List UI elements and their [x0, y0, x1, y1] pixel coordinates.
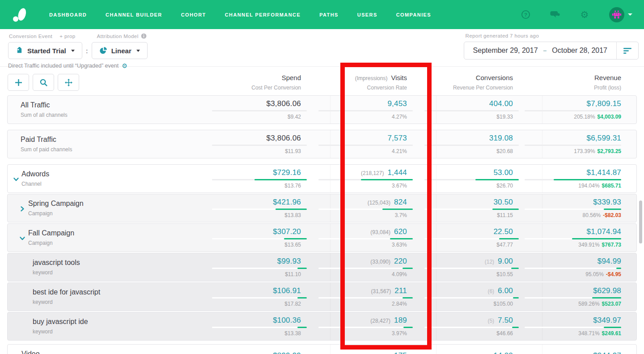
column-header-visits[interactable]: (Impressions)Visits Conversion Rate [330, 74, 436, 91]
cost-per-conversion: $11.10 [285, 271, 301, 277]
conversion-event-dropdown[interactable]: Started Trial [8, 42, 82, 59]
nav-item-channel-performance[interactable]: CHANNEL PERFORMANCE [225, 12, 301, 17]
roi-percent: 205.18% [574, 114, 595, 120]
conversions-value: 319.08 [489, 134, 513, 143]
row-name-cell: Paid Traffic Sum of paid channels [8, 130, 224, 158]
spend-value: $899.99 [273, 351, 301, 354]
nav-item-users[interactable]: USERS [357, 12, 377, 17]
column-header-spend[interactable]: Spend Cost Per Conversion [224, 74, 330, 91]
nav-item-paths[interactable]: PATHS [319, 12, 339, 17]
share-bar [212, 327, 307, 328]
table-row[interactable]: Paid Traffic Sum of paid channels $3,806… [7, 130, 637, 158]
table-row[interactable]: buy javascript ide keyword $100.36 $13.3… [7, 312, 637, 341]
nav-item-dashboard[interactable]: DASHBOARD [49, 12, 87, 17]
visits-value: 211 [394, 286, 407, 295]
conversion-rate: 4.27% [392, 114, 407, 120]
cell-conversions: 30.50 $11.15 [436, 194, 542, 222]
table-row[interactable]: All Traffic Sum of all channels $3,806.0… [7, 95, 637, 124]
chevron-down-icon[interactable] [13, 176, 19, 183]
share-bar [525, 238, 621, 239]
impressions-value: (31,567) [371, 288, 391, 294]
row-title: best ide for javascript [33, 288, 224, 296]
table-row[interactable]: best ide for javascript keyword $106.91 … [7, 282, 637, 311]
user-menu[interactable] [609, 7, 632, 22]
profit-value: $685.71 [602, 183, 621, 189]
row-sublabel: Campaign [28, 210, 224, 217]
cell-spend: $99.93 $11.10 [224, 253, 330, 281]
table-row[interactable]: Spring Campaign Campaign $421.96 $13.83 … [7, 194, 637, 222]
share-bar [424, 110, 519, 111]
row-name-cell: All Traffic Sum of all channels [8, 96, 224, 124]
reorder-button[interactable] [58, 74, 79, 91]
share-bar [525, 268, 621, 269]
spend-value: $729.16 [273, 168, 301, 177]
help-icon[interactable]: ? [521, 10, 530, 20]
visits-value: 189 [394, 316, 407, 325]
revenue-per-conversion: $105.00 [494, 301, 513, 307]
chevron-right-icon[interactable] [19, 206, 25, 212]
table-row[interactable]: Adwords Channel $729.16 $13.76 (218,127)… [7, 164, 637, 193]
table-row[interactable]: Video Channel $899.99 175 14.00 $944.97 [7, 344, 637, 354]
revenue-per-conversion: $11.15 [497, 212, 513, 218]
scrollbar-thumb[interactable] [639, 200, 642, 243]
share-bar [424, 145, 519, 146]
table-row[interactable]: Fall Campaign Campaign $307.20 $13.65 (9… [7, 223, 637, 252]
profit-value: $4,003.09 [597, 114, 621, 120]
revenue-per-conversion: $20.68 [496, 148, 513, 154]
chat-icon[interactable] [550, 10, 560, 20]
date-range-picker[interactable]: September 29, 2017 – October 28, 2017 [464, 42, 639, 60]
cost-per-conversion: $13.83 [284, 212, 301, 218]
row-title: javascript tools [33, 259, 224, 267]
revenue-per-conversion: $10.55 [496, 271, 513, 277]
add-prop-link[interactable]: + prop [59, 34, 75, 39]
filter-icon[interactable] [617, 47, 638, 54]
share-bar [525, 297, 621, 299]
row-sublabel: Sum of paid channels [21, 146, 224, 153]
date-end: October 28, 2017 [552, 47, 607, 55]
attribution-model-dropdown[interactable]: Linear [92, 42, 148, 59]
share-bar [318, 268, 413, 269]
cell-conversions: (5)7.50 $46.66 [436, 312, 542, 340]
nav-item-cohort[interactable]: COHORT [181, 12, 206, 17]
cell-revenue: $1,074.94 349.91% $767.73 [542, 224, 621, 252]
spend-value: $3,806.06 [267, 99, 301, 108]
spend-value: $3,806.06 [267, 134, 301, 143]
clicks-value: (6) [487, 288, 494, 294]
caret-down-icon [71, 50, 75, 52]
nav-item-channel-builder[interactable]: CHANNEL BUILDER [106, 12, 162, 17]
attribution-app-page: DASHBOARDCHANNEL BUILDERCOHORTCHANNEL PE… [0, 0, 644, 354]
cost-per-conversion: $9.42 [288, 114, 301, 120]
cell-revenue: $349.97 348.71% $249.61 [542, 312, 621, 340]
column-header-conversions[interactable]: Conversions Revenue Per Conversion [436, 74, 542, 91]
cell-revenue: $339.93 80.56% -$82.03 [542, 194, 621, 222]
search-button[interactable] [33, 74, 54, 91]
avatar[interactable] [609, 7, 624, 22]
share-bar [424, 297, 519, 299]
add-icon [15, 79, 22, 86]
cell-spend: $100.36 $13.38 [224, 312, 330, 340]
cost-per-conversion: $13.76 [284, 183, 301, 189]
attribution-logo-icon[interactable] [12, 6, 29, 23]
cell-revenue: $1,414.87 194.04% $685.71 [542, 165, 621, 192]
conversions-value: 9.00 [498, 257, 513, 266]
cell-conversions: (12)9.00 $10.55 [436, 253, 542, 281]
cell-revenue: $7,809.15 205.18% $4,003.09 [542, 96, 621, 124]
row-name-cell: best ide for javascript keyword [8, 283, 224, 311]
cell-spend: $729.16 $13.76 [224, 165, 330, 192]
revenue-value: $7,809.15 [587, 99, 621, 108]
visits-value: 824 [394, 198, 407, 207]
share-bar [318, 209, 413, 210]
add-channel-button[interactable] [8, 74, 29, 91]
nav-item-companies[interactable]: COMPANIES [396, 12, 431, 17]
column-header-revenue[interactable]: Revenue Profit (loss) [542, 74, 621, 91]
share-bar [525, 179, 621, 180]
info-icon[interactable] [141, 33, 147, 39]
settings-icon[interactable]: ⚙ [580, 10, 589, 20]
table-row[interactable]: javascript tools keyword $99.93 $11.10 (… [7, 253, 637, 281]
gear-icon[interactable]: ⚙ [122, 63, 127, 69]
cell-spend: $307.20 $13.65 [224, 224, 330, 252]
roi-percent: 348.71% [578, 330, 599, 337]
visits-value: 175 [394, 351, 407, 354]
chevron-down-icon[interactable] [19, 235, 25, 242]
conversion-rate: 4.21% [392, 148, 407, 154]
